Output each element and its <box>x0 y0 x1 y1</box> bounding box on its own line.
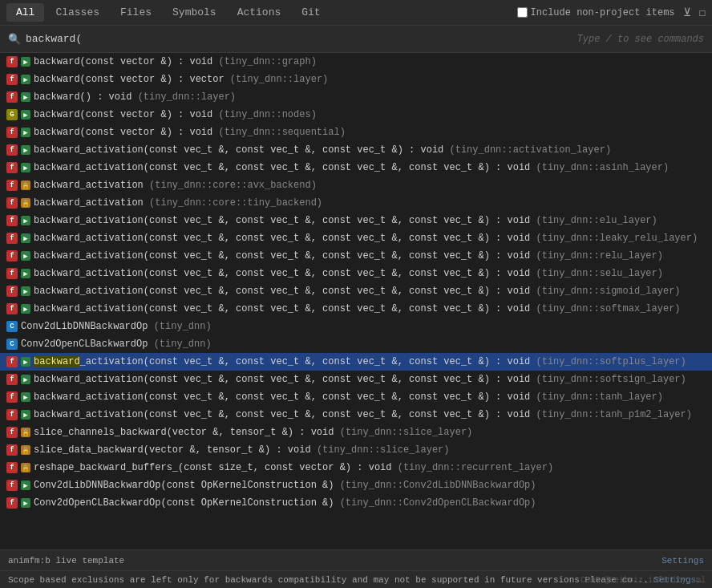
type-badge: f <box>6 303 18 314</box>
access-badge: ▶ <box>21 357 30 367</box>
list-item[interactable]: f▶backward_activation(const vec_t &, con… <box>0 141 712 159</box>
list-item[interactable]: f▶backward_activation(const vec_t &, con… <box>0 212 712 229</box>
tab-files[interactable]: Files <box>111 3 161 22</box>
results-list[interactable]: f▶backward(const vector &) : void (tiny_… <box>0 53 712 549</box>
live-template-bar: animfm:b live template Settings <box>0 549 712 570</box>
type-badge: f <box>6 444 18 456</box>
list-item[interactable]: f▶Conv2dOpenCLBackwardOp(const OpKernelC… <box>0 494 712 512</box>
list-item[interactable]: f▶backward_activation(const vec_t &, con… <box>0 406 712 424</box>
list-item[interactable]: f🔒slice_data_backward(vector &, tensor_t… <box>0 441 712 459</box>
result-text: backward(const vector &) : void (tiny_dn… <box>34 109 317 120</box>
list-item[interactable]: f▶backward_activation(const vec_t &, con… <box>0 388 712 406</box>
result-text: Conv2dLibDNNBackwardOp(const OpKernelCon… <box>34 480 536 491</box>
list-item[interactable]: f▶backward_activation(const vec_t &, con… <box>0 265 712 282</box>
include-non-project-label[interactable]: Include non-project items <box>517 7 675 18</box>
tab-classes[interactable]: Classes <box>46 3 109 22</box>
list-item[interactable]: f🔒reshape_backward_buffers_(const size_t… <box>0 459 712 476</box>
list-item[interactable]: f▶backward(const vector &) : void (tiny_… <box>0 53 712 71</box>
type-badge: f <box>6 391 18 403</box>
list-item[interactable]: f▶backward(const vector &) : void (tiny_… <box>0 124 712 141</box>
type-badge: f <box>6 356 18 367</box>
result-text: backward(const vector &) : vector (tiny_… <box>34 74 328 85</box>
search-input[interactable] <box>26 33 572 45</box>
type-badge: f <box>6 497 18 509</box>
list-item[interactable]: CConv2dLibDNNBackwardOp (tiny_dnn) <box>0 318 712 335</box>
access-badge: ▶ <box>21 75 30 84</box>
type-badge: f <box>6 74 18 85</box>
result-text: backward_activation(const vec_t &, const… <box>34 374 686 385</box>
result-text: backward_activation(const vec_t &, const… <box>34 286 681 297</box>
list-item[interactable]: f🔒backward_activation (tiny_dnn::core::a… <box>0 176 712 194</box>
list-item[interactable]: f▶backward_activation(const vec_t &, con… <box>0 371 712 388</box>
result-text: reshape_backward_buffers_(const size_t, … <box>34 462 553 473</box>
access-badge: ▶ <box>21 269 30 278</box>
tab-git[interactable]: Git <box>292 3 330 22</box>
settings-link[interactable]: Settings <box>661 556 704 566</box>
type-badge: f <box>6 144 18 156</box>
tab-actions[interactable]: Actions <box>228 3 291 22</box>
list-item[interactable]: CConv2dOpenCLBackwardOp (tiny_dnn) <box>0 335 712 353</box>
type-badge: C <box>6 339 18 350</box>
result-text: Conv2dOpenCLBackwardOp(const OpKernelCon… <box>34 497 536 509</box>
access-badge: 🔒 <box>21 198 30 208</box>
search-hint: Type / to see commands <box>577 34 704 45</box>
result-text: Conv2dOpenCLBackwardOp (tiny_dnn) <box>21 339 212 350</box>
result-text: backward_activation(const vec_t &, const… <box>34 268 663 279</box>
live-template-label: animfm:b live template <box>8 556 661 566</box>
list-item[interactable]: f▶backward_activation(const vec_t &, con… <box>0 247 712 265</box>
list-item[interactable]: G▶backward(const vector &) : void (tiny_… <box>0 106 712 124</box>
type-badge: f <box>6 462 18 473</box>
result-text: backward_activation(const vec_t &, const… <box>34 409 692 420</box>
type-badge: f <box>6 286 18 297</box>
nav-right: Include non-project items ⊻ ☐ <box>517 6 706 19</box>
list-item[interactable]: f▶backward_activation(const vec_t &, con… <box>0 229 712 247</box>
result-text: backward() : void (tiny_dnn::layer) <box>34 91 236 103</box>
list-item[interactable]: f▶backward_activation(const vec_t &, con… <box>0 159 712 176</box>
access-badge: 🔒 <box>21 445 30 455</box>
result-text: backward(const vector &) : void (tiny_dn… <box>34 56 317 67</box>
access-badge: ▶ <box>21 498 30 508</box>
type-badge: f <box>6 215 18 226</box>
type-badge: f <box>6 480 18 491</box>
list-item[interactable]: f▶backward() : void (tiny_dnn::layer) <box>0 88 712 106</box>
include-non-project-checkbox[interactable] <box>517 7 528 18</box>
access-badge: ▶ <box>21 145 30 155</box>
access-badge: ▶ <box>21 304 30 314</box>
type-badge: f <box>6 197 18 209</box>
type-badge: f <box>6 233 18 244</box>
list-item[interactable]: f▶backward_activation(const vec_t &, con… <box>0 282 712 300</box>
access-badge: 🔒 <box>21 428 30 437</box>
nav-bar: All Classes Files Symbols Actions Git In… <box>0 0 712 26</box>
access-badge: 🔒 <box>21 180 30 190</box>
access-badge: ▶ <box>21 410 30 420</box>
result-text: backward_activation(const vec_t &, const… <box>34 144 611 156</box>
result-text: slice_channels_backward(vector &, tensor… <box>34 427 472 438</box>
access-badge: ▶ <box>21 163 30 172</box>
access-badge: 🔒 <box>21 463 30 472</box>
result-text: backward_activation(const vec_t &, const… <box>34 356 686 367</box>
access-badge: ▶ <box>21 375 30 384</box>
type-badge: f <box>6 91 18 103</box>
type-badge: f <box>6 374 18 385</box>
result-text: slice_data_backward(vector &, tensor_t &… <box>34 444 450 456</box>
access-badge: ▶ <box>21 128 30 137</box>
include-non-project-text: Include non-project items <box>531 7 675 18</box>
tab-symbols[interactable]: Symbols <box>163 3 226 22</box>
search-bar: 🔍 Type / to see commands <box>0 26 712 53</box>
access-badge: ▶ <box>21 286 30 296</box>
result-text: backward_activation (tiny_dnn::core::avx… <box>34 180 317 191</box>
list-item[interactable]: f▶backward(const vector &) : vector (tin… <box>0 71 712 88</box>
type-badge: f <box>6 427 18 438</box>
list-item[interactable]: f🔒slice_channels_backward(vector &, tens… <box>0 424 712 441</box>
tab-all[interactable]: All <box>6 3 44 22</box>
list-item[interactable]: f▶backward_activation(const vec_t &, con… <box>0 300 712 318</box>
type-badge: f <box>6 127 18 138</box>
list-item[interactable]: f▶backward_activation(const vec_t &, con… <box>0 353 712 371</box>
list-item[interactable]: f▶Conv2dLibDNNBackwardOp(const OpKernelC… <box>0 476 712 494</box>
filter-icon[interactable]: ⊻ <box>683 6 691 19</box>
window-icon[interactable]: ☐ <box>699 6 706 19</box>
watermark: CSDN @Leibniz_infinity_sml <box>581 576 706 585</box>
access-badge: ▶ <box>21 481 30 490</box>
list-item[interactable]: f🔒backward_activation (tiny_dnn::core::t… <box>0 194 712 212</box>
result-text: backward(const vector &) : void (tiny_dn… <box>34 127 346 138</box>
